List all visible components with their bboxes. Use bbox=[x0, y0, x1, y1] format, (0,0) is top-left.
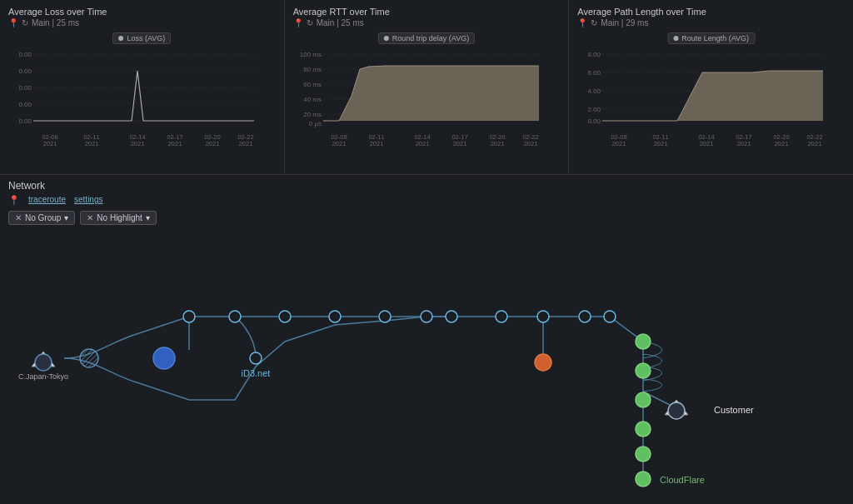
svg-point-74 bbox=[80, 349, 98, 367]
svg-text:0.00: 0.00 bbox=[18, 51, 32, 58]
svg-point-81 bbox=[329, 311, 341, 322]
x-icon-group: ✕ bbox=[15, 213, 22, 222]
svg-point-92 bbox=[636, 392, 651, 407]
svg-point-88 bbox=[604, 311, 616, 322]
svg-point-80 bbox=[279, 311, 291, 322]
svg-point-87 bbox=[579, 311, 591, 322]
svg-text:2021: 2021 bbox=[490, 140, 504, 147]
svg-text:2021: 2021 bbox=[700, 140, 714, 147]
svg-text:0.00: 0.00 bbox=[18, 84, 32, 92]
loss-chart-panel: Average Loss over Time 📍 ↻ Main | 25 ms … bbox=[0, 0, 285, 174]
loss-chart-area: Loss (AVG) 0.00 0.00 0.00 0.00 0.00 02-0… bbox=[8, 31, 276, 154]
network-controls-row: ✕ No Group ▾ ✕ No Highlight ▾ bbox=[8, 211, 845, 225]
svg-text:2021: 2021 bbox=[206, 140, 220, 147]
refresh-icon-path: ↻ bbox=[591, 18, 597, 27]
svg-point-78 bbox=[229, 311, 241, 322]
loss-chart-subtitle: 📍 ↻ Main | 25 ms bbox=[8, 18, 276, 27]
highlight-label: No Highlight bbox=[97, 213, 142, 222]
group-dropdown[interactable]: ✕ No Group ▾ bbox=[8, 211, 75, 225]
path-chart-title: Average Path Length over Time bbox=[577, 7, 845, 17]
svg-text:Customer: Customer bbox=[714, 405, 754, 415]
svg-text:20 ms: 20 ms bbox=[303, 111, 322, 118]
network-graph-svg: C.Japan-Tokyo iD3.net Customer CloudFlar… bbox=[8, 233, 845, 500]
svg-point-93 bbox=[636, 422, 651, 437]
svg-point-79 bbox=[250, 352, 262, 364]
svg-text:0 µs: 0 µs bbox=[308, 120, 321, 127]
chevron-down-icon-highlight: ▾ bbox=[146, 213, 150, 222]
svg-text:CloudFlare: CloudFlare bbox=[660, 475, 705, 485]
loss-legend: Loss (AVG) bbox=[112, 32, 171, 44]
network-links-row: 📍 traceroute settings bbox=[8, 195, 845, 206]
network-title: Network bbox=[8, 180, 845, 192]
svg-point-72 bbox=[35, 354, 52, 371]
rtt-chart-area: Round trip delay (AVG) 100 ms 80 ms 60 m… bbox=[293, 31, 561, 154]
svg-text:2021: 2021 bbox=[808, 140, 822, 147]
svg-text:0.00: 0.00 bbox=[18, 101, 32, 108]
svg-rect-70 bbox=[10, 233, 843, 500]
loss-chart-svg: 0.00 0.00 0.00 0.00 0.00 02-08 2021 02-1… bbox=[8, 46, 276, 169]
chevron-down-icon-group: ▾ bbox=[64, 213, 68, 222]
svg-point-77 bbox=[183, 311, 195, 322]
path-chart-svg: 8.00 6.00 4.00 2.00 0.00 02-08 2021 02-1… bbox=[577, 46, 845, 169]
refresh-icon: ↻ bbox=[22, 18, 28, 27]
settings-link[interactable]: settings bbox=[74, 195, 102, 206]
path-chart-panel: Average Path Length over Time 📍 ↻ Main |… bbox=[569, 0, 853, 174]
svg-point-89 bbox=[535, 354, 551, 371]
svg-text:2021: 2021 bbox=[43, 140, 57, 147]
charts-row: Average Loss over Time 📍 ↻ Main | 25 ms … bbox=[0, 0, 853, 175]
network-section: Network 📍 traceroute settings ✕ No Group… bbox=[0, 175, 853, 504]
svg-text:2021: 2021 bbox=[332, 140, 346, 147]
path-chart-subtitle: 📍 ↻ Main | 29 ms bbox=[577, 18, 845, 27]
svg-text:iD3.net: iD3.net bbox=[242, 368, 271, 378]
rtt-chart-panel: Average RTT over Time 📍 ↻ Main | 25 ms R… bbox=[285, 0, 570, 174]
rtt-legend: Round trip delay (AVG) bbox=[378, 32, 475, 44]
pin-icon-network: 📍 bbox=[8, 195, 20, 206]
svg-text:40 ms: 40 ms bbox=[303, 96, 322, 103]
pin-icon-path: 📍 bbox=[577, 18, 587, 27]
svg-point-90 bbox=[636, 334, 651, 349]
svg-text:6.00: 6.00 bbox=[588, 69, 601, 77]
refresh-icon-rtt: ↻ bbox=[307, 18, 313, 27]
svg-text:4.00: 4.00 bbox=[588, 87, 601, 95]
svg-text:2021: 2021 bbox=[415, 140, 429, 147]
highlight-dropdown[interactable]: ✕ No Highlight ▾ bbox=[80, 211, 156, 225]
svg-text:2.00: 2.00 bbox=[588, 106, 601, 113]
svg-text:2021: 2021 bbox=[654, 140, 668, 147]
svg-text:60 ms: 60 ms bbox=[303, 81, 322, 88]
svg-point-82 bbox=[379, 311, 391, 322]
path-legend: Route Length (AVG) bbox=[667, 32, 755, 44]
svg-text:100 ms: 100 ms bbox=[299, 51, 321, 58]
svg-point-91 bbox=[636, 363, 651, 378]
svg-text:2021: 2021 bbox=[523, 140, 537, 147]
svg-text:0.00: 0.00 bbox=[18, 117, 32, 125]
svg-point-94 bbox=[636, 447, 651, 462]
svg-marker-34 bbox=[323, 66, 539, 121]
pin-icon: 📍 bbox=[8, 18, 18, 27]
pin-icon-rtt: 📍 bbox=[293, 18, 303, 27]
svg-text:0.00: 0.00 bbox=[588, 117, 601, 125]
svg-text:8.00: 8.00 bbox=[588, 51, 601, 58]
svg-text:2021: 2021 bbox=[369, 140, 383, 147]
svg-text:2021: 2021 bbox=[452, 140, 466, 147]
traceroute-link[interactable]: traceroute bbox=[28, 195, 66, 206]
path-chart-area: Route Length (AVG) 8.00 6.00 4.00 2.00 0… bbox=[577, 31, 845, 154]
svg-marker-57 bbox=[602, 71, 823, 121]
svg-point-85 bbox=[496, 311, 507, 322]
rtt-chart-subtitle: 📍 ↻ Main | 25 ms bbox=[293, 18, 561, 27]
svg-text:2021: 2021 bbox=[612, 140, 626, 147]
svg-point-83 bbox=[421, 311, 432, 322]
svg-point-86 bbox=[537, 311, 549, 322]
svg-text:0.00: 0.00 bbox=[18, 67, 32, 75]
network-graph: C.Japan-Tokyo iD3.net Customer CloudFlar… bbox=[8, 233, 845, 500]
svg-text:C.Japan-Tokyo: C.Japan-Tokyo bbox=[18, 372, 68, 381]
svg-point-76 bbox=[153, 347, 175, 369]
svg-text:2021: 2021 bbox=[85, 140, 99, 147]
svg-text:2021: 2021 bbox=[737, 140, 751, 147]
svg-text:80 ms: 80 ms bbox=[303, 66, 322, 73]
svg-text:2021: 2021 bbox=[775, 140, 789, 147]
loss-chart-title: Average Loss over Time bbox=[8, 7, 276, 17]
svg-point-97 bbox=[668, 402, 685, 419]
rtt-chart-title: Average RTT over Time bbox=[293, 7, 561, 17]
svg-point-84 bbox=[446, 311, 457, 322]
svg-text:2021: 2021 bbox=[131, 140, 145, 147]
